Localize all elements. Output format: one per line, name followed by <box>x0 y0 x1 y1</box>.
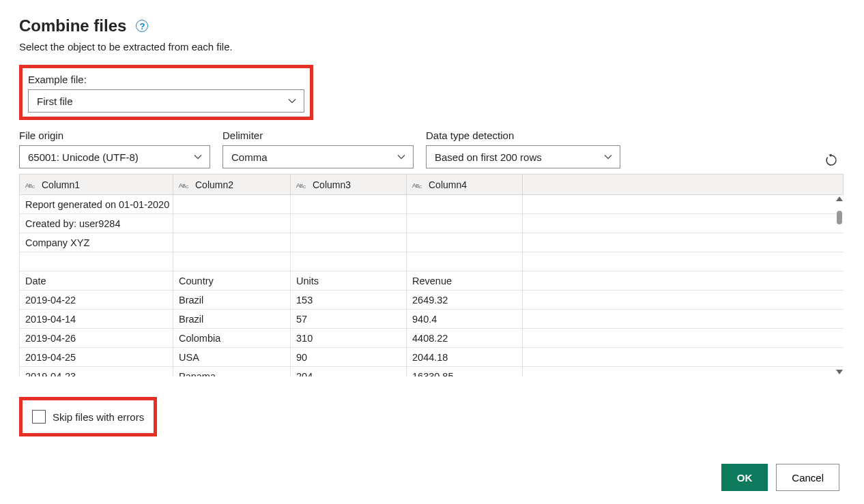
dialog-subtitle: Select the object to be extracted from e… <box>19 41 845 53</box>
chevron-down-icon <box>287 96 297 106</box>
file-origin-group: File origin 65001: Unicode (UTF-8) <box>19 130 210 168</box>
table-cell[interactable]: 4408.22 <box>407 329 523 348</box>
table-cell[interactable] <box>407 195 523 214</box>
table-cell[interactable]: USA <box>173 348 291 367</box>
table-cell[interactable] <box>407 214 523 233</box>
table-row: Company XYZ <box>20 233 844 252</box>
table-cell[interactable] <box>407 233 523 252</box>
table-row: DateCountryUnitsRevenue <box>20 271 844 291</box>
table-cell[interactable]: 2019-04-23 <box>20 367 173 377</box>
table-cell[interactable]: Brazil <box>173 291 291 310</box>
table-cell[interactable]: 90 <box>291 348 407 367</box>
table-cell-rest <box>523 367 844 377</box>
dialog-footer: OK Cancel <box>19 464 845 491</box>
chevron-down-icon <box>193 152 203 162</box>
table-row: Report generated on 01-01-2020 <box>20 195 844 214</box>
table-cell-rest <box>523 252 844 271</box>
table-row <box>20 252 844 271</box>
table-cell[interactable]: Panama <box>173 367 291 377</box>
scrollbar[interactable] <box>833 194 845 376</box>
table-row: 2019-04-14Brazil57940.4 <box>20 310 844 329</box>
table-cell[interactable] <box>291 252 407 271</box>
options-row: File origin 65001: Unicode (UTF-8) Delim… <box>19 130 845 168</box>
skip-errors-label: Skip files with errors <box>53 411 144 423</box>
table-cell[interactable]: 57 <box>291 310 407 329</box>
refresh-area <box>824 153 845 168</box>
data-type-group: Data type detection Based on first 200 r… <box>426 130 620 168</box>
column-header[interactable]: ABCColumn2 <box>173 175 291 195</box>
table-cell[interactable] <box>291 233 407 252</box>
table-cell[interactable]: 310 <box>291 329 407 348</box>
skip-errors-checkbox[interactable] <box>32 410 46 424</box>
column-header-rest <box>523 175 844 195</box>
delimiter-value: Comma <box>231 151 268 163</box>
table-cell[interactable]: 2019-04-22 <box>20 291 173 310</box>
header-row: ABCColumn1 ABCColumn2 ABCColumn3 ABCColu… <box>20 175 844 195</box>
table-cell[interactable]: Brazil <box>173 310 291 329</box>
table-cell[interactable] <box>20 252 173 271</box>
file-origin-dropdown[interactable]: 65001: Unicode (UTF-8) <box>19 145 210 168</box>
table-cell[interactable]: 940.4 <box>407 310 523 329</box>
column-header[interactable]: ABCColumn1 <box>20 175 173 195</box>
column-header[interactable]: ABCColumn4 <box>407 175 523 195</box>
data-type-dropdown[interactable]: Based on first 200 rows <box>426 145 620 168</box>
data-type-label: Data type detection <box>426 130 620 141</box>
table-cell[interactable]: 2019-04-26 <box>20 329 173 348</box>
chevron-down-icon <box>603 152 613 162</box>
table-cell-rest <box>523 291 844 310</box>
table-cell[interactable] <box>173 214 291 233</box>
table-cell[interactable] <box>291 214 407 233</box>
table-cell[interactable]: 2044.18 <box>407 348 523 367</box>
table-cell[interactable]: Colombia <box>173 329 291 348</box>
table-cell[interactable]: 2649.32 <box>407 291 523 310</box>
data-type-value: Based on first 200 rows <box>435 151 542 163</box>
scroll-up-icon[interactable] <box>836 196 843 201</box>
table-cell[interactable] <box>407 252 523 271</box>
ok-button[interactable]: OK <box>721 464 768 491</box>
table-cell-rest <box>523 348 844 367</box>
file-origin-label: File origin <box>19 130 210 141</box>
scroll-down-icon[interactable] <box>836 370 843 374</box>
table-cell[interactable]: Units <box>291 271 407 291</box>
help-icon[interactable]: ? <box>136 20 148 32</box>
example-file-highlight: Example file: First file <box>19 65 313 120</box>
table-cell[interactable]: 2019-04-14 <box>20 310 173 329</box>
table-cell[interactable] <box>291 195 407 214</box>
cancel-button[interactable]: Cancel <box>776 464 839 491</box>
table-cell[interactable]: 204 <box>291 367 407 377</box>
table-row: 2019-04-23Panama20416330.85 <box>20 367 844 377</box>
table-cell-rest <box>523 214 844 233</box>
table-cell-rest <box>523 310 844 329</box>
table-row: 2019-04-22Brazil1532649.32 <box>20 291 844 310</box>
table-cell[interactable]: Date <box>20 271 173 291</box>
file-origin-value: 65001: Unicode (UTF-8) <box>28 151 139 163</box>
chevron-down-icon <box>397 152 406 162</box>
table-cell-rest <box>523 329 844 348</box>
table-cell-rest <box>523 195 844 214</box>
table-cell[interactable]: 2019-04-25 <box>20 348 173 367</box>
example-file-dropdown[interactable]: First file <box>28 89 304 113</box>
table-cell[interactable] <box>173 233 291 252</box>
preview-table-wrap: ABCColumn1 ABCColumn2 ABCColumn3 ABCColu… <box>19 174 845 376</box>
scroll-thumb[interactable] <box>837 211 842 224</box>
table-row: 2019-04-25USA902044.18 <box>20 348 844 367</box>
delimiter-dropdown[interactable]: Comma <box>222 145 414 168</box>
table-cell[interactable]: 16330.85 <box>407 367 523 377</box>
dialog-header: Combine files ? <box>19 16 845 35</box>
delimiter-label: Delimiter <box>222 130 414 141</box>
table-cell[interactable]: Created by: user9284 <box>20 214 173 233</box>
svg-text:C: C <box>419 184 422 189</box>
table-cell[interactable]: 153 <box>291 291 407 310</box>
table-cell[interactable]: Revenue <box>407 271 523 291</box>
skip-errors-row: Skip files with errors <box>19 397 845 436</box>
svg-text:C: C <box>186 184 189 189</box>
table-cell[interactable]: Report generated on 01-01-2020 <box>20 195 173 214</box>
table-cell[interactable] <box>173 195 291 214</box>
table-cell[interactable] <box>173 252 291 271</box>
table-cell[interactable]: Country <box>173 271 291 291</box>
column-header[interactable]: ABCColumn3 <box>291 175 407 195</box>
refresh-icon[interactable] <box>824 153 838 167</box>
example-file-value: First file <box>37 95 73 107</box>
text-type-icon: ABC <box>179 180 190 190</box>
table-cell[interactable]: Company XYZ <box>20 233 173 252</box>
